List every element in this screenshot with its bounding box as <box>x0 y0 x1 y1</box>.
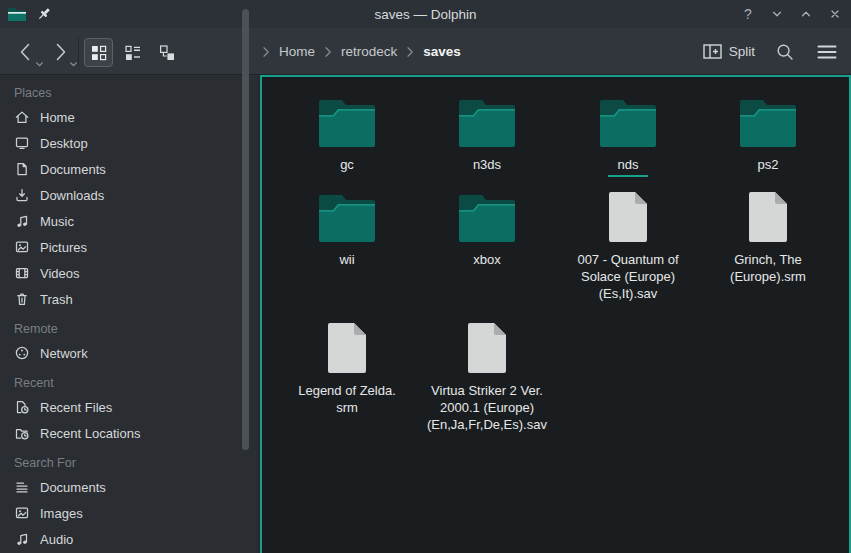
folder-xbox[interactable]: xbox <box>417 192 557 268</box>
icons-view-button[interactable] <box>84 38 113 67</box>
breadcrumb-chevron-icon <box>406 46 414 58</box>
split-button[interactable]: Split <box>703 44 755 59</box>
minimize-button[interactable] <box>769 6 785 22</box>
details-view-button[interactable] <box>118 38 147 67</box>
image-icon <box>14 505 30 521</box>
document-icon <box>14 161 30 177</box>
window-title: saves — Dolphin <box>0 7 851 22</box>
sidebar-item-label: Home <box>40 110 75 125</box>
icons-view-icon <box>90 44 108 62</box>
item-label: nds <box>618 156 639 173</box>
breadcrumb: Home retrodeck saves <box>262 28 461 75</box>
item-label: Grinch, The(Europe).srm <box>730 251 806 285</box>
sidebar-item-recent-files[interactable]: Recent Files <box>0 394 258 420</box>
search-button[interactable] <box>773 40 797 64</box>
chevron-up-icon <box>799 7 813 21</box>
breadcrumb-segment-saves[interactable]: saves <box>423 44 461 59</box>
help-button[interactable]: ? <box>740 6 756 22</box>
places-panel: Places Home Desktop Documents Downloads … <box>0 76 258 553</box>
file-grinch-the[interactable]: Grinch, The(Europe).srm <box>698 192 838 285</box>
forward-button[interactable] <box>46 38 74 66</box>
sidebar-item-label: Audio <box>40 532 73 547</box>
item-label: Virtua Striker 2 Ver.2000.1 (Europe)(En,… <box>427 382 547 433</box>
chevron-down-icon <box>69 61 78 68</box>
sidebar-item-label: Desktop <box>40 136 88 151</box>
back-button[interactable] <box>12 38 40 66</box>
sidebar-item-documents[interactable]: Documents <box>0 156 258 182</box>
item-label: gc <box>340 156 354 173</box>
folder-n3ds[interactable]: n3ds <box>417 97 557 173</box>
close-button[interactable] <box>827 6 843 22</box>
tree-view-icon <box>158 44 176 62</box>
toolbar: Home retrodeck saves Split <box>0 28 851 75</box>
focus-underline <box>608 175 648 177</box>
sidebar-item-label: Documents <box>40 162 106 177</box>
sidebar-item-label: Recent Locations <box>40 426 140 441</box>
sidebar-item-label: Trash <box>40 292 73 307</box>
section-header-recent: Recent <box>0 374 258 392</box>
music-note-icon <box>14 213 30 229</box>
chevron-down-icon <box>770 7 784 21</box>
folder-nds[interactable]: nds <box>558 97 698 177</box>
text-lines-icon <box>14 479 30 495</box>
sidebar-item-recent-locations[interactable]: Recent Locations <box>0 420 258 446</box>
sidebar-item-label: Music <box>40 214 74 229</box>
maximize-button[interactable] <box>798 6 814 22</box>
image-icon <box>14 239 30 255</box>
folder-icon <box>600 97 656 147</box>
sidebar-item-music[interactable]: Music <box>0 208 258 234</box>
sidebar-item-videos[interactable]: Videos <box>0 260 258 286</box>
trash-icon <box>14 291 30 307</box>
film-icon <box>14 265 30 281</box>
file-virtua-striker-2[interactable]: Virtua Striker 2 Ver.2000.1 (Europe)(En,… <box>417 323 557 433</box>
split-view-icon <box>703 44 722 59</box>
file-icon <box>749 192 787 242</box>
folder-ps2[interactable]: ps2 <box>698 97 838 173</box>
item-label: n3ds <box>473 156 501 173</box>
details-view-icon <box>124 44 142 62</box>
sidebar-item-search-documents[interactable]: Documents <box>0 474 258 500</box>
recent-folder-icon <box>14 425 30 441</box>
breadcrumb-segment-home[interactable]: Home <box>279 44 315 59</box>
desktop-icon <box>14 135 30 151</box>
titlebar: saves — Dolphin ? <box>0 0 851 28</box>
tree-view-button[interactable] <box>152 38 181 67</box>
item-label: 007 - Quantum ofSolace (Europe)(Es,It).s… <box>577 251 678 302</box>
folder-gc[interactable]: gc <box>277 97 417 173</box>
music-note-icon <box>14 531 30 547</box>
sidebar-item-label: Documents <box>40 480 106 495</box>
download-icon <box>14 187 30 203</box>
sidebar-scrollbar-thumb[interactable] <box>242 9 249 450</box>
sidebar-item-network[interactable]: Network <box>0 340 258 366</box>
folder-wii[interactable]: wii <box>277 192 417 268</box>
sidebar-item-label: Downloads <box>40 188 104 203</box>
file-icon <box>609 192 647 242</box>
chevron-down-icon <box>35 61 44 68</box>
sidebar-item-downloads[interactable]: Downloads <box>0 182 258 208</box>
menu-button[interactable] <box>815 40 839 64</box>
item-label: Legend of Zelda.srm <box>298 382 396 416</box>
folder-view: gc n3ds nds ps2 wii <box>260 75 851 553</box>
item-label: wii <box>339 251 354 268</box>
sidebar-item-desktop[interactable]: Desktop <box>0 130 258 156</box>
sidebar-item-pictures[interactable]: Pictures <box>0 234 258 260</box>
section-header-search-for: Search For <box>0 454 258 472</box>
sidebar-item-search-audio[interactable]: Audio <box>0 526 258 552</box>
breadcrumb-chevron-icon <box>324 46 332 58</box>
file-legend-of-zelda[interactable]: Legend of Zelda.srm <box>277 323 417 416</box>
item-label: ps2 <box>758 156 779 173</box>
sidebar-item-search-images[interactable]: Images <box>0 500 258 526</box>
folder-icon <box>459 192 515 242</box>
toolbar-separator <box>78 38 79 66</box>
sidebar-item-label: Pictures <box>40 240 87 255</box>
breadcrumb-segment-retrodeck[interactable]: retrodeck <box>341 44 397 59</box>
file-icon <box>328 323 366 373</box>
sidebar-item-trash[interactable]: Trash <box>0 286 258 312</box>
folder-icon <box>740 97 796 147</box>
section-header-remote: Remote <box>0 320 258 338</box>
recent-file-icon <box>14 399 30 415</box>
hamburger-menu-icon <box>817 44 837 60</box>
folder-icon <box>459 97 515 147</box>
sidebar-item-home[interactable]: Home <box>0 104 258 130</box>
file-007-quantum-of-solace[interactable]: 007 - Quantum ofSolace (Europe)(Es,It).s… <box>558 192 698 302</box>
